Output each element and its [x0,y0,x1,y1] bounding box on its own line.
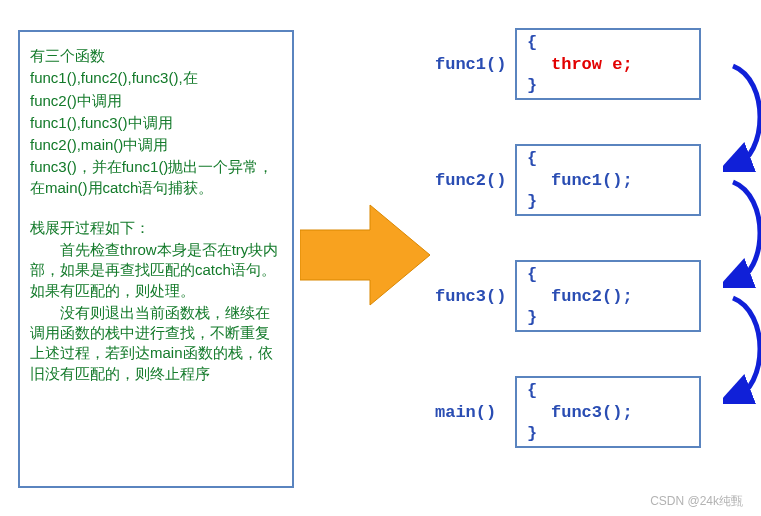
brace-open: { [527,266,689,283]
brace-close: } [527,309,689,326]
brace-open: { [527,150,689,167]
brace-close: } [527,425,689,442]
watermark-text: CSDN @24k纯甄 [650,493,743,510]
stack-label: main() [435,403,515,422]
stack-label: func3() [435,287,515,306]
code-body: func2(); [527,287,689,306]
stack-row-func3: func3() { func2(); } [435,260,745,332]
stack-row-func1: func1() { throw e; } [435,28,745,100]
stack-label: func1() [435,55,515,74]
para1-line2: func2()中调用 [30,91,282,111]
brace-open: { [527,382,689,399]
code-box-func2: { func1(); } [515,144,701,216]
brace-close: } [527,77,689,94]
code-box-main: { func3(); } [515,376,701,448]
code-body: func1(); [527,171,689,190]
para1-line1: func1(),func2(),func3(),在 [30,68,282,88]
stack-row-func2: func2() { func1(); } [435,144,745,216]
para1-line5: func3()，并在func1()抛出一个异常，在main()用catch语句捕… [30,157,282,198]
stack-label: func2() [435,171,515,190]
code-body-throw: throw e; [527,55,689,74]
para2-line1: 首先检查throw本身是否在try块内部，如果是再查找匹配的catch语句。如果… [30,240,282,301]
explanation-panel: 有三个函数 func1(),func2(),func3(),在 func2()中… [18,30,294,488]
call-stack-column: func1() { throw e; } func2() { func1(); … [435,28,745,448]
code-box-func3: { func2(); } [515,260,701,332]
brace-open: { [527,34,689,51]
code-box-func1: { throw e; } [515,28,701,100]
stack-row-main: main() { func3(); } [435,376,745,448]
para2-line2: 没有则退出当前函数栈，继续在调用函数的栈中进行查找，不断重复上述过程，若到达ma… [30,303,282,384]
para2-title: 栈展开过程如下： [30,218,282,238]
para1-title: 有三个函数 [30,46,282,66]
code-body: func3(); [527,403,689,422]
flow-arrow-icon [300,200,430,310]
svg-marker-0 [300,205,430,305]
para1-line3: func1(),func3()中调用 [30,113,282,133]
para1-line4: func2(),main()中调用 [30,135,282,155]
brace-close: } [527,193,689,210]
